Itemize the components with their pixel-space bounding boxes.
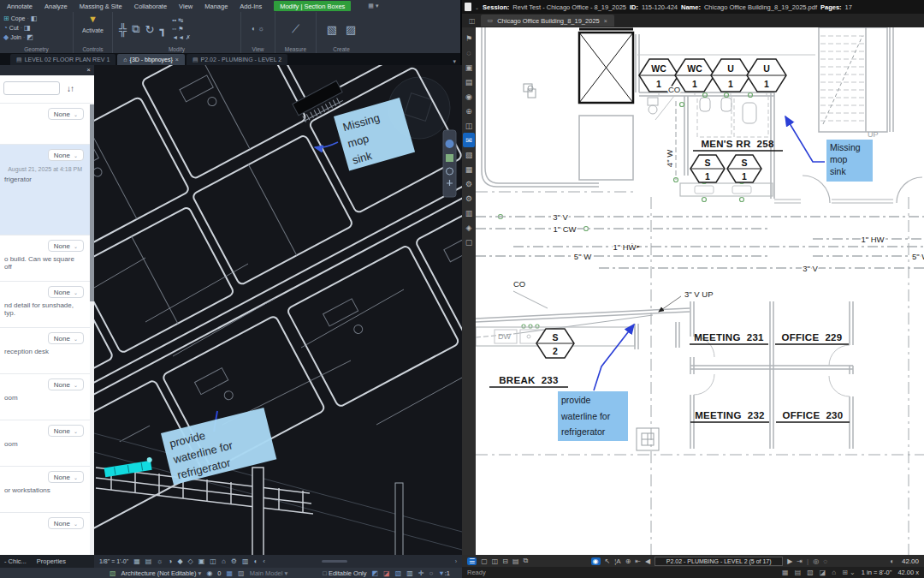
horizontal-scrollbar[interactable]	[322, 560, 347, 563]
temp-hide-icon[interactable]: ◫	[210, 557, 216, 565]
settings-icon[interactable]: ⚙	[463, 176, 475, 191]
text-select-icon[interactable]: ¦A	[614, 557, 620, 565]
zoom-value[interactable]: 42.00	[902, 557, 919, 565]
list-item-selected[interactable]: None⌄ August 21, 2025 at 4:18 PM frigera…	[0, 145, 94, 235]
align-icon[interactable]: ▪▪	[172, 17, 176, 23]
sun-path-icon[interactable]: ☼	[157, 557, 163, 565]
properties-panel-icon[interactable]: ▧	[463, 147, 475, 162]
chat-panel-icon[interactable]: ✉	[463, 133, 475, 147]
close-doc-tab-icon[interactable]: ×	[604, 18, 607, 24]
list-item[interactable]: None⌄ reception desk	[0, 328, 94, 374]
demolish-icon[interactable]: ◩	[27, 34, 33, 41]
compare-icon[interactable]: ⧉	[524, 557, 529, 565]
cope-icon[interactable]: ⊞	[3, 15, 9, 22]
analytical-icon[interactable]: ⚙	[231, 557, 237, 565]
view-tab-p202[interactable]: ▤ P2.02 - PLUMBING - LEVEL 2	[187, 54, 287, 65]
status-dropdown[interactable]: None⌄	[48, 378, 84, 390]
ribbon-tab-collaborate[interactable]: Collaborate	[134, 3, 167, 10]
status-dropdown[interactable]: None⌄	[48, 425, 84, 437]
cut-button[interactable]: Cut	[9, 25, 19, 31]
displacement-icon[interactable]: ◐	[253, 557, 258, 565]
worksharing-icon[interactable]: ▦	[227, 569, 234, 577]
tab-chic[interactable]: - Chic...	[4, 557, 27, 565]
select-underlay-icon[interactable]: ◪	[383, 569, 390, 577]
save-icon[interactable]: ▣	[463, 60, 475, 74]
reveal-icon[interactable]: ☼	[258, 26, 264, 33]
first-page-icon[interactable]: ⇤	[635, 557, 641, 565]
page-navigation-field[interactable]: P2.02 - PLUMBING - LEVEL 2 (5 of 17)	[654, 557, 783, 566]
design-option-dropdown[interactable]: Main Model ▾	[250, 569, 288, 577]
cope-button[interactable]: Cope	[11, 15, 26, 21]
move-icon[interactable]: ╬	[119, 23, 127, 36]
create-group-icon[interactable]: ▧	[327, 23, 337, 36]
activate-button[interactable]: Activate	[77, 27, 109, 33]
create-parts-icon[interactable]: ▨	[346, 23, 356, 36]
ribbon-tab-modify-section-boxes[interactable]: Modify | Section Boxes	[274, 1, 351, 11]
navigation-bar[interactable]	[443, 130, 456, 197]
sort-icon[interactable]: ↓↑	[67, 84, 74, 93]
view-tab-level02[interactable]: ▤ LEVEL 02 FLOOR PLAN REV 1	[10, 54, 116, 65]
zoom-percent[interactable]: 42.00 x	[897, 569, 919, 576]
collaborators-icon[interactable]: ◉	[463, 89, 475, 104]
ribbon-options-icon[interactable]: ▦ ▾	[368, 3, 378, 9]
file-access-icon[interactable]: ▢	[463, 235, 475, 249]
view-tab-3d-active[interactable]: ⌂ {3D - bbpnoyes} ×	[117, 54, 185, 65]
status-dropdown[interactable]: None⌄	[48, 286, 84, 298]
filter-control[interactable]: ▼:1	[438, 569, 450, 577]
pan-tool-icon[interactable]: ◉	[591, 557, 601, 565]
hide-icon[interactable]: ◐	[252, 26, 256, 33]
select-pinned-icon[interactable]: ▧	[395, 569, 402, 577]
mirror-icon[interactable]: ▫▫	[172, 26, 176, 32]
pin-icon[interactable]: ⚑	[178, 26, 183, 32]
list-item[interactable]: None⌄ oom	[0, 420, 94, 467]
reveal-hidden-icon[interactable]: ⌂	[222, 557, 226, 565]
scale-control[interactable]: 1/8" = 1'-0"	[99, 558, 128, 564]
shadows-icon[interactable]: ◑	[169, 557, 173, 565]
search-input[interactable]	[3, 81, 60, 95]
close-view-tab-icon[interactable]: ×	[175, 57, 179, 63]
status-dropdown[interactable]: None⌄	[48, 240, 84, 252]
offset-icon[interactable]: ↹	[178, 17, 183, 23]
last-page-icon[interactable]: ⇥	[797, 557, 803, 565]
ribbon-tab-addins[interactable]: Add-Ins	[240, 3, 262, 10]
delete-icon[interactable]: ✗	[186, 34, 191, 40]
previous-view-icon[interactable]: ◎	[813, 557, 819, 565]
status-dropdown[interactable]: None⌄	[48, 517, 84, 529]
scroll-right-icon[interactable]: ›	[455, 558, 457, 564]
list-item[interactable]: None⌄ or workstations	[0, 467, 94, 513]
lock-3d-icon[interactable]: ▣	[198, 557, 205, 565]
pdf-plan-canvas[interactable]: UP	[476, 27, 924, 555]
measure-icon[interactable]: ⟋	[292, 22, 299, 36]
drag-elements-icon[interactable]: ✛	[418, 569, 424, 577]
join-button[interactable]: Join	[10, 34, 21, 40]
panel-toggle-icon[interactable]: ◫	[469, 17, 476, 25]
select-tool-icon[interactable]: ↖	[605, 557, 611, 565]
tool-chest-icon[interactable]: ⚙	[463, 191, 475, 206]
prev-page-icon[interactable]: ◀	[645, 557, 650, 565]
markup-mode-icon[interactable]: ▧	[807, 569, 814, 576]
detail-level-icon[interactable]: ▦	[133, 557, 140, 565]
doc-dropdown-icon[interactable]: ⌄	[475, 4, 479, 10]
search-icon[interactable]: ⊕	[463, 104, 475, 118]
sidebar-scrollbar[interactable]	[90, 103, 94, 555]
next-page-icon[interactable]: ▶	[787, 557, 792, 565]
join-icon[interactable]: ◆	[3, 34, 9, 41]
views-dropdown-icon[interactable]: ⊞ ⌄	[842, 569, 856, 576]
status-dropdown[interactable]: None⌄	[48, 108, 84, 120]
split-vertical-icon[interactable]: ◫	[492, 557, 499, 565]
layers-icon[interactable]: ▥	[463, 206, 475, 220]
ribbon-tab-view[interactable]: View	[179, 3, 192, 10]
list-item[interactable]: None⌄ oom	[0, 374, 94, 420]
split-horizontal-icon[interactable]: ⊟	[502, 557, 508, 565]
next-view-icon[interactable]: ◌	[823, 557, 827, 565]
markup-list-icon[interactable]: ⚑	[463, 31, 475, 45]
copy-icon[interactable]: ⧉	[132, 22, 139, 36]
status-dropdown[interactable]: None⌄	[48, 332, 84, 344]
select-face-icon[interactable]: ▥	[406, 569, 413, 577]
markups-list-toggle-icon[interactable]: ☰	[467, 557, 477, 565]
split-icon[interactable]: ◄◄	[172, 34, 184, 40]
view-tab-overflow-icon[interactable]: ▾	[448, 58, 460, 65]
bookmarks-icon[interactable]: ▤	[463, 74, 475, 89]
rotate-icon[interactable]: ↻	[145, 23, 155, 36]
grid-view-icon[interactable]: ▦	[463, 162, 475, 176]
